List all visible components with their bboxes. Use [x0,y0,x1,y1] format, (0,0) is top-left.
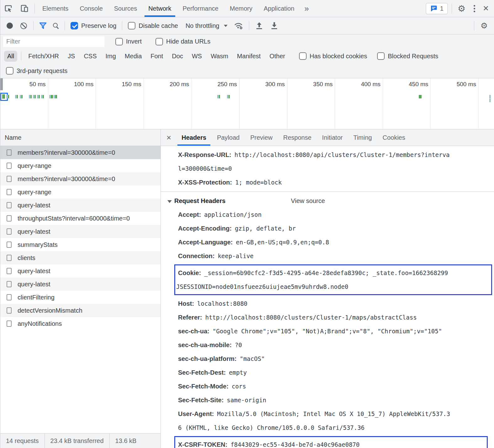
request-row[interactable]: clients [0,251,160,264]
request-doc-icon [7,163,12,169]
tab-initiator[interactable]: Initiator [317,129,348,146]
divider [21,52,21,60]
devtools-tabbar: Elements Console Sources Network Perform… [0,0,494,17]
request-row[interactable]: query-range [0,159,160,172]
network-conditions-button[interactable] [231,22,246,30]
more-tabs-button[interactable]: » [300,0,313,17]
request-headers-section-header[interactable]: Request Headers View source [161,194,494,208]
upload-icon [255,22,263,30]
type-filter-doc[interactable]: Doc [169,51,186,62]
export-har-button[interactable] [267,22,282,30]
invert-checkbox[interactable] [115,38,123,45]
preserve-log-checkbox[interactable] [71,22,78,29]
hide-data-urls-toggle[interactable]: Hide data URLs [152,38,213,45]
blocked-requests-toggle[interactable]: Blocked Requests [374,52,441,60]
request-row[interactable]: summaryStats [0,238,160,251]
type-filter-manifest[interactable]: Manifest [234,51,264,62]
record-network-log-button[interactable] [7,23,13,29]
divider [452,3,452,13]
network-settings-gear-icon[interactable]: ⚙ [477,21,491,31]
network-overview-strip[interactable]: 50 ms 100 ms 150 ms 200 ms 250 ms 300 ms… [0,78,494,129]
request-row[interactable]: members?interval=300000&time=0 [0,146,160,159]
preserve-log-toggle[interactable]: Preserve log [67,22,119,29]
type-filter-all[interactable]: All [4,51,17,62]
has-blocked-cookies-checkbox[interactable] [299,52,307,60]
settings-gear-icon[interactable]: ⚙ [454,0,469,17]
request-row[interactable]: query-latest [0,225,160,238]
request-row[interactable]: anyNotifications [0,317,160,330]
issues-button[interactable]: 1 [426,3,448,14]
request-row[interactable]: throughputStats?interval=60000&time=0 [0,212,160,225]
tab-cookies[interactable]: Cookies [377,129,410,146]
invert-toggle[interactable]: Invert [112,38,145,45]
tab-console[interactable]: Console [74,0,108,17]
timeline-filler [479,78,494,129]
disable-cache-toggle[interactable]: Disable cache [125,22,181,29]
throttling-select[interactable]: No throttling [181,22,231,29]
type-filter-other[interactable]: Other [266,51,288,62]
has-blocked-cookies-toggle[interactable]: Has blocked cookies [296,52,370,60]
blocked-requests-label: Blocked Requests [388,53,438,60]
third-party-checkbox[interactable] [6,67,13,75]
clear-network-log-icon[interactable] [20,23,27,29]
type-filter-font[interactable]: Font [147,51,166,62]
filter-input[interactable] [3,36,105,47]
type-filter-ws[interactable]: WS [189,51,205,62]
tab-sources[interactable]: Sources [108,0,143,17]
header-entry: Accept-Encoding:gzip, deflate, br [161,221,494,235]
header-entry: User-Agent:Mozilla/5.0 (Macintosh; Intel… [161,407,494,435]
import-har-button[interactable] [252,22,267,30]
tab-application[interactable]: Application [258,0,300,17]
request-name: anyNotifications [18,320,62,327]
network-toolbar: Preserve log Disable cache No throttling [0,17,494,34]
request-row[interactable]: query-latest [0,199,160,212]
close-details-button[interactable]: × [161,129,176,146]
header-entry: sec-ch-ua-platform:"macOS" [161,352,494,366]
tab-network[interactable]: Network [143,0,177,17]
name-column-header[interactable]: Name [0,129,160,146]
header-entry: Host:localhost:8080 [161,297,494,310]
tab-headers[interactable]: Headers [176,129,212,146]
kebab-menu-icon[interactable] [469,0,480,17]
tab-preview[interactable]: Preview [245,129,278,146]
inspect-element-button[interactable] [0,0,16,17]
tab-performance[interactable]: Performance [177,0,224,17]
request-row[interactable]: clientFiltering [0,291,160,304]
timeline-tick: 50 ms [0,78,48,129]
type-filter-fetch-xhr[interactable]: Fetch/XHR [25,51,62,62]
hide-data-urls-checkbox[interactable] [155,38,163,45]
type-filter-img[interactable]: Img [102,51,119,62]
overview-drag-handle[interactable] [0,78,3,90]
header-entry: Connection:keep-alive [161,249,494,263]
type-filter-css[interactable]: CSS [81,51,100,62]
request-row[interactable]: members?interval=300000&time=0 [0,172,160,185]
request-doc-icon [7,307,12,314]
transferred-size: 23.4 kB transferred [45,434,109,448]
tab-elements[interactable]: Elements [37,0,74,17]
blocked-requests-checkbox[interactable] [377,52,385,60]
headers-content[interactable]: X-Response-URL:http://localhost:8080/api… [161,146,494,448]
close-devtools-button[interactable]: ✕ [480,0,494,17]
view-source-link[interactable]: View source [291,194,325,208]
request-name: clientFiltering [18,294,55,301]
header-entry: X-Response-URL:http://localhost:8080/api… [161,148,494,175]
third-party-toggle[interactable]: 3rd-party requests [3,67,71,75]
tab-memory[interactable]: Memory [224,0,258,17]
type-filter-js[interactable]: JS [65,51,78,62]
timeline-tick: 300 ms [239,78,287,129]
request-row[interactable]: query-latest [0,264,160,278]
tab-payload[interactable]: Payload [212,129,245,146]
type-filter-wasm[interactable]: Wasm [208,51,231,62]
request-row[interactable]: detectVersionMismatch [0,304,160,317]
filter-toggle-button[interactable] [36,22,50,29]
device-toolbar-button[interactable] [16,0,33,17]
search-icon[interactable] [53,23,58,28]
tab-timing[interactable]: Timing [348,129,377,146]
request-row[interactable]: query-range [0,185,160,199]
divider [474,21,474,30]
collapse-triangle-icon[interactable] [167,200,172,203]
disable-cache-checkbox[interactable] [128,22,135,29]
request-row[interactable]: query-latest [0,278,160,291]
tab-response[interactable]: Response [278,129,317,146]
type-filter-media[interactable]: Media [122,51,145,62]
